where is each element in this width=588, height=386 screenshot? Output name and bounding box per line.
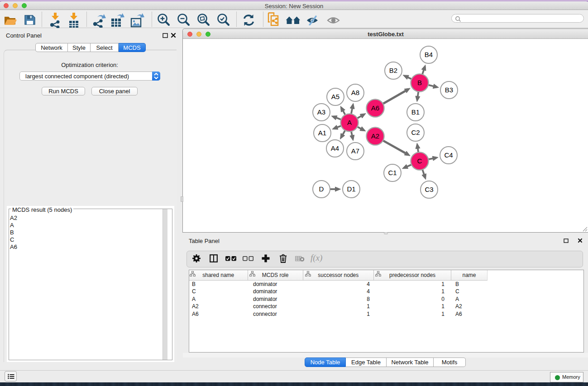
- svg-text:D1: D1: [347, 185, 355, 193]
- svg-text:A5: A5: [331, 93, 339, 100]
- svg-text:C4: C4: [444, 151, 453, 159]
- svg-text:D: D: [319, 185, 324, 193]
- svg-text:A8: A8: [351, 89, 359, 96]
- svg-text:A: A: [347, 119, 352, 126]
- svg-text:A2: A2: [371, 132, 379, 140]
- svg-text:A1: A1: [318, 129, 326, 137]
- svg-text:A6: A6: [371, 104, 379, 112]
- svg-text:A4: A4: [331, 144, 339, 152]
- svg-text:B2: B2: [389, 67, 397, 74]
- svg-text:B3: B3: [445, 86, 453, 94]
- svg-text:C2: C2: [411, 129, 420, 136]
- svg-text:A3: A3: [317, 108, 325, 116]
- svg-text:B4: B4: [425, 51, 433, 58]
- svg-text:A7: A7: [351, 147, 359, 155]
- svg-text:B1: B1: [411, 108, 420, 116]
- svg-text:C: C: [417, 157, 422, 165]
- svg-text:C3: C3: [425, 186, 433, 193]
- svg-text:B: B: [417, 79, 422, 86]
- svg-text:C1: C1: [388, 169, 397, 176]
